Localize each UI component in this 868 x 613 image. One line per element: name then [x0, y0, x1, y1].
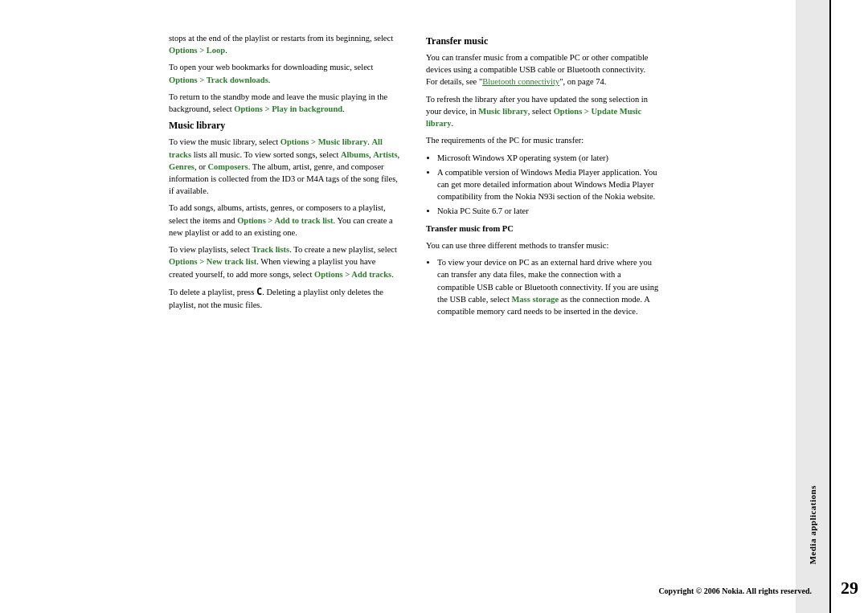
options-new-track-list: Options > New track list: [169, 257, 256, 266]
sidebar: Media applications: [796, 0, 829, 613]
list-item: Microsoft Windows XP operating system (o…: [437, 152, 659, 164]
intro-p2: To open your web bookmarks for downloadi…: [169, 61, 402, 85]
music-library-title: Music library: [169, 120, 402, 132]
albums: Albums: [341, 150, 369, 159]
options-add-track-list: Options > Add to track list: [237, 216, 333, 225]
left-column: stops at the end of the playlist or rest…: [169, 32, 402, 589]
ml-p2: To add songs, albums, artists, genres, o…: [169, 202, 402, 239]
mass-storage: Mass storage: [511, 295, 559, 304]
transfer-music-section: Transfer music You can transfer music fr…: [426, 35, 659, 317]
options-loop: Options > Loop: [169, 46, 225, 55]
copyright: Copyright © 2006 Nokia. All rights reser…: [658, 586, 812, 595]
genres: Genres: [169, 162, 194, 171]
options-play-background: Options > Play in background: [234, 104, 342, 113]
tm-p3: The requirements of the PC for music tra…: [426, 134, 659, 146]
tm-p2: To refresh the library after you have up…: [426, 93, 659, 130]
sidebar-label: Media applications: [808, 485, 817, 565]
options-add-tracks: Options > Add tracks: [314, 270, 391, 279]
bluetooth-link[interactable]: Bluetooth connectivity: [482, 77, 559, 86]
page-number-area: 29: [829, 0, 868, 613]
main-content: stops at the end of the playlist or rest…: [0, 0, 796, 613]
tfpc-p1: You can use three different methods to t…: [426, 239, 659, 251]
requirements-list: Microsoft Windows XP operating system (o…: [437, 152, 659, 218]
list-item: A compatible version of Windows Media Pl…: [437, 166, 659, 203]
page: stops at the end of the playlist or rest…: [0, 0, 868, 613]
tm-p1: You can transfer music from a compatible…: [426, 51, 659, 88]
composers: Composers: [208, 162, 248, 171]
track-lists: Track lists: [252, 245, 289, 254]
intro-p3: To return to the standby mode and leave …: [169, 91, 402, 115]
options-update-music-library: Options > Update Music library: [426, 107, 641, 128]
delete-key: C: [256, 286, 262, 297]
artists: Artists: [373, 150, 397, 159]
intro-p1: stops at the end of the playlist or rest…: [169, 32, 402, 56]
list-item: Nokia PC Suite 6.7 or later: [437, 205, 659, 217]
ml-p1: To view the music library, select Option…: [169, 136, 402, 197]
transfer-music-title: Transfer music: [426, 35, 659, 47]
options-track-downloads: Options > Track downloads: [169, 76, 268, 84]
right-column: Transfer music You can transfer music fr…: [426, 32, 659, 589]
ml-p4: To delete a playlist, press C. Deleting …: [169, 285, 402, 312]
music-library-section: Music library To view the music library,…: [169, 120, 402, 311]
transfer-from-pc-title: Transfer music from PC: [426, 223, 659, 235]
options-music-library: Options > Music library: [280, 137, 367, 146]
list-item: To view your device on PC as an external…: [437, 256, 659, 317]
transfer-methods-list: To view your device on PC as an external…: [437, 256, 659, 317]
music-library-ref: Music library: [478, 107, 528, 116]
transfer-from-pc-section: Transfer music from PC You can use three…: [426, 223, 659, 318]
page-number: 29: [841, 578, 858, 599]
ml-p3: To view playlists, select Track lists. T…: [169, 243, 402, 280]
